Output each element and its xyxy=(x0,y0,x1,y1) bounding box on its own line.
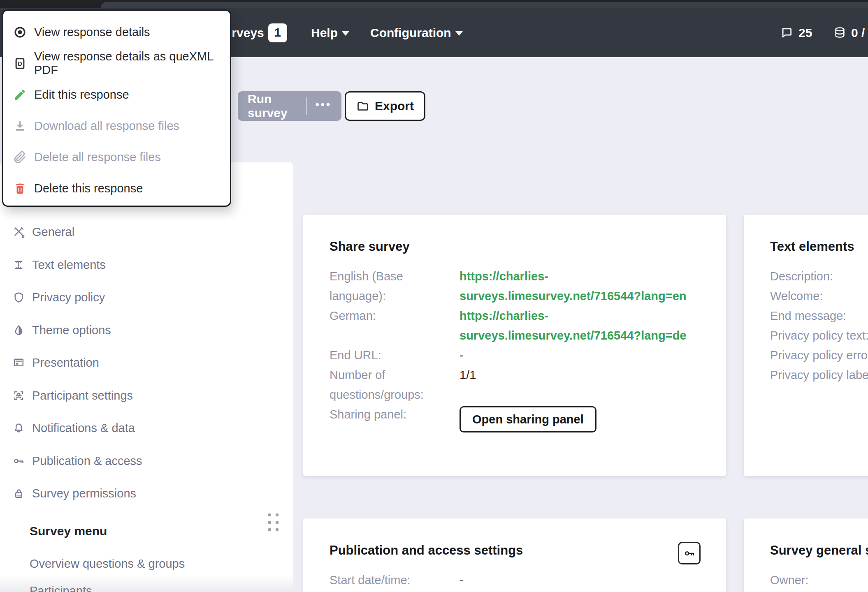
text-element-label-description: Description: xyxy=(770,266,868,286)
menu-item-delete-this-response[interactable]: Delete this response xyxy=(3,173,230,204)
sidebar-item-label: Participant settings xyxy=(32,389,133,402)
nav-configuration-label: Configuration xyxy=(370,26,451,40)
button-divider xyxy=(306,97,307,115)
sidebar-item-participants-partial[interactable]: Participants xyxy=(30,584,92,592)
text-element-label-privacy-policy-text: Privacy policy text: xyxy=(770,326,868,345)
response-actions-context-menu: View response detailsDView response deta… xyxy=(2,9,231,207)
sidebar-item-label: Text elements xyxy=(32,258,106,272)
sidebar-item-presentation[interactable]: Presentation xyxy=(0,347,293,379)
storage-usage: 0 / 1 xyxy=(851,26,868,40)
sidebar-item-publication-access[interactable]: Publication & access xyxy=(0,445,293,478)
messages-count: 25 xyxy=(798,26,812,40)
survey-settings-sidebar: GeneralText elementsPrivacy policyTheme … xyxy=(0,162,293,592)
sidebar-item-label: Notifications & data xyxy=(32,421,135,435)
field-label: Sharing panel: xyxy=(330,405,446,432)
field-row-sharing-panel: Sharing panel:Open sharing panel xyxy=(330,405,710,432)
share-survey-title: Share survey xyxy=(330,238,710,255)
field-label: English (Base language): xyxy=(330,266,446,306)
publication-rows: Start date/time:- xyxy=(330,570,710,590)
nav-storage[interactable]: 0 / 1 xyxy=(833,8,868,57)
field-label: German: xyxy=(330,306,446,345)
sidebar-item-theme-options[interactable]: Theme options xyxy=(0,314,293,347)
survey-general-card: Survey general settings Owner: xyxy=(744,518,868,592)
nav-configuration[interactable]: Configuration xyxy=(370,8,463,57)
drag-handle-icon[interactable] xyxy=(268,513,279,531)
field-label: Start date/time: xyxy=(330,570,446,590)
sidebar-item-general[interactable]: General xyxy=(0,216,293,249)
menu-item-view-response-details-as-quexml-pdf[interactable]: DView response details as queXML PDF xyxy=(3,48,230,79)
text-height-icon xyxy=(12,259,25,271)
sidebar-item-notifications-data[interactable]: Notifications & data xyxy=(0,412,293,445)
sidebar-item-text-elements[interactable]: Text elements xyxy=(0,249,293,282)
sidebar-item-label: Presentation xyxy=(32,356,99,370)
menu-item-label: Delete all response files xyxy=(34,150,161,164)
menu-item-label: View response details as queXML PDF xyxy=(34,50,230,77)
download-icon xyxy=(13,119,27,133)
text-element-label-end-message: End message: xyxy=(770,306,868,326)
field-value: Open sharing panel xyxy=(460,405,710,432)
field-row-start-date-time: Start date/time:- xyxy=(330,570,710,590)
text-elements-card: Text elements Description:Welcome:End me… xyxy=(744,215,868,476)
key-icon xyxy=(12,455,25,467)
text-elements-labels: Description:Welcome:End message:Privacy … xyxy=(770,266,868,385)
nav-help-label: Help xyxy=(311,26,338,40)
menu-item-download-all-response-files[interactable]: Download all response files xyxy=(3,110,230,141)
field-row-end-url: End URL:- xyxy=(330,345,710,365)
menu-item-view-response-details[interactable]: View response details xyxy=(3,16,230,48)
surveys-count-badge: 1 xyxy=(268,23,287,42)
publication-key-button[interactable] xyxy=(678,542,701,564)
sidebar-item-survey-permissions[interactable]: Survey permissions xyxy=(0,477,293,510)
paperclip-icon xyxy=(13,150,27,164)
nav-messages[interactable]: 25 xyxy=(780,8,812,57)
settings-menu-list: GeneralText elementsPrivacy policyTheme … xyxy=(0,162,293,510)
survey-url-link[interactable]: https://charlies-surveys.limesurvey.net/… xyxy=(460,306,710,345)
eye-icon xyxy=(13,25,27,39)
survey-general-title: Survey general settings xyxy=(770,542,868,559)
survey-url-link[interactable]: https://charlies-surveys.limesurvey.net/… xyxy=(460,266,710,306)
publication-access-card: Publication and access settings Start da… xyxy=(303,518,726,592)
droplet-icon xyxy=(12,324,25,337)
field-row-german: German:https://charlies-surveys.limesurv… xyxy=(330,306,710,345)
publication-access-title: Publication and access settings xyxy=(330,542,710,559)
share-survey-card: Share survey English (Base language):htt… xyxy=(303,215,726,476)
pencil-icon xyxy=(13,88,27,102)
field-value: - xyxy=(460,345,710,365)
svg-text:D: D xyxy=(18,60,22,67)
key-icon xyxy=(683,547,696,560)
text-elements-title: Text elements xyxy=(770,238,868,255)
chevron-down-icon xyxy=(455,31,463,36)
sidebar-item-label: Theme options xyxy=(32,324,111,337)
chevron-down-icon xyxy=(342,31,349,36)
field-row-number-of-questions-groups: Number of questions/groups:1/1 xyxy=(330,365,710,405)
sidebar-item-privacy-policy[interactable]: Privacy policy xyxy=(0,281,293,314)
field-value: - xyxy=(460,570,710,590)
run-survey-label: Run survey xyxy=(248,92,297,120)
database-icon xyxy=(833,26,846,39)
sidebar-item-participant-settings[interactable]: Participant settings xyxy=(0,379,293,412)
open-sharing-panel-button[interactable]: Open sharing panel xyxy=(460,406,596,432)
sidebar-item-label: Publication & access xyxy=(32,454,142,468)
text-element-label-privacy-policy-error-text: Privacy policy error text: xyxy=(770,345,868,365)
survey-menu-section-title: Survey menu xyxy=(0,524,293,538)
sidebar-item-overview-questions-groups[interactable]: Overview questions & groups xyxy=(0,557,293,571)
shield-icon xyxy=(12,291,25,304)
folder-icon xyxy=(356,100,369,113)
more-options-icon[interactable]: ••• xyxy=(316,98,332,114)
menu-item-label: View response details xyxy=(34,25,150,39)
share-survey-rows: English (Base language):https://charlies… xyxy=(330,266,710,432)
menu-item-edit-this-response[interactable]: Edit this response xyxy=(3,79,230,110)
menu-item-label: Download all response files xyxy=(34,119,179,133)
window-top-strip xyxy=(0,0,868,8)
menu-item-label: Edit this response xyxy=(34,88,129,102)
run-survey-button[interactable]: Run survey ••• xyxy=(238,91,341,121)
field-label: Owner: xyxy=(770,570,868,590)
document-icon: D xyxy=(13,57,27,70)
menu-item-delete-all-response-files[interactable]: Delete all response files xyxy=(3,141,230,173)
nav-help[interactable]: Help xyxy=(311,8,349,57)
export-label: Export xyxy=(375,99,414,113)
tools-icon xyxy=(12,226,25,238)
export-button[interactable]: Export xyxy=(345,91,425,121)
sidebar-item-label: General xyxy=(32,225,74,239)
lock-icon xyxy=(12,487,25,500)
field-label: End URL: xyxy=(330,345,446,365)
